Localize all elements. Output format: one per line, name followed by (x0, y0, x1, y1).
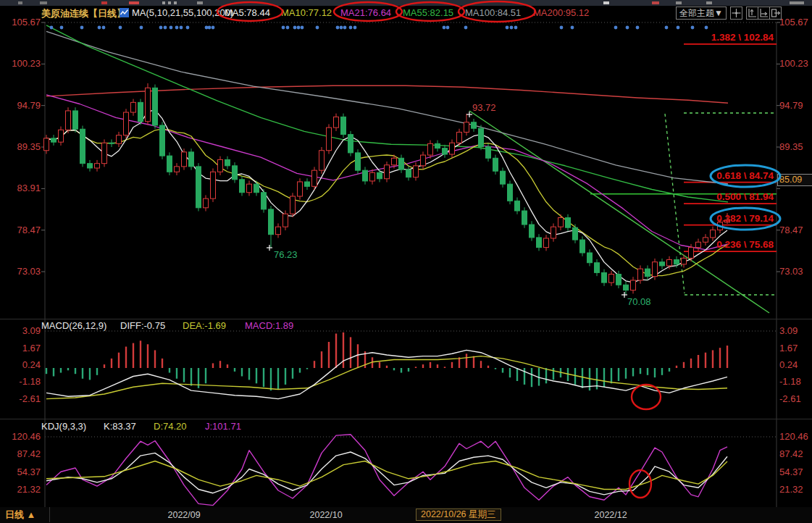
fibonacci-level-label: 0.236 \ 75.68 (679, 239, 774, 250)
candlestick-chart-icon[interactable] (120, 8, 129, 17)
axis-zoom-horizontal-icon (758, 7, 769, 19)
pan-move-icon (731, 7, 742, 19)
swing-low-price-label: 76.23 (274, 250, 298, 260)
macd-dea-value: DEA:-1.69 (183, 321, 226, 331)
date-axis[interactable]: 2022/092022/102022/10/26 星期三2022/12 (0, 507, 812, 523)
macd-diff-value: DIFF:-0.75 (120, 321, 165, 331)
kdj-axis-label: 54.37 (779, 467, 803, 477)
theme-selector-button[interactable]: 全部主题▼ (676, 7, 727, 20)
macd-axis-label: -1.18 (779, 377, 801, 387)
ma-settings-label: MA(5,10,21,55,100,200) (132, 7, 233, 18)
axis-zoom-vertical-icon (747, 7, 758, 19)
price-axis-label: 100.23 (0, 59, 41, 69)
crosshair-date-tag: 2022/10/26 星期三 (416, 509, 501, 521)
price-axis-label: 78.47 (779, 225, 803, 235)
price-axis-label: 78.47 (0, 225, 41, 235)
price-axis-label: 94.79 (0, 101, 41, 111)
price-axis-label: 105.67 (0, 17, 41, 28)
pan-tool-button[interactable] (730, 7, 742, 20)
price-axis-label: 83.91 (0, 183, 41, 193)
macd-pane (46, 332, 727, 399)
ma-value-label: MA5:78.44 (225, 7, 270, 18)
macd-axis-label: -2.61 (0, 394, 41, 404)
macd-settings-label: MACD(26,12,9) (41, 321, 106, 331)
kdj-axis-label: 54.37 (0, 467, 41, 477)
swing-low-price-label: 70.08 (627, 297, 651, 307)
instrument-title: 美原油连续【日线】 (41, 7, 126, 20)
chart-frame (0, 22, 812, 523)
macd-axis-label: 3.09 (0, 326, 41, 336)
macd-axis-label: 0.24 (0, 360, 41, 370)
macd-axis-label: -2.61 (779, 394, 801, 404)
kdj-axis-label: 87.42 (779, 449, 803, 459)
kdj-pane (46, 435, 727, 506)
macd-macd-value: MACD:1.89 (245, 321, 293, 331)
last-price-axis-tag: 85.09 (777, 174, 812, 186)
kdj-j-value: J:101.71 (205, 422, 241, 432)
zoom-axis-y-button[interactable] (746, 7, 758, 20)
exit-fullscreen-button[interactable] (769, 7, 782, 20)
ma-value-label: MA10:77.12 (281, 7, 332, 18)
fibonacci-level-label: 1.382 \ 102.84 (679, 32, 774, 43)
date-tick-label: 2022/10 (310, 510, 343, 520)
period-selector[interactable]: 日线 ▲ (0, 507, 50, 522)
price-axis-label: 73.03 (0, 267, 41, 277)
ma-lines (46, 25, 728, 283)
macd-axis-label: 1.67 (0, 343, 41, 353)
drawing-lines (469, 111, 777, 313)
price-axis-label: 94.79 (779, 101, 803, 111)
arrow-out-icon (770, 7, 781, 19)
swing-high-price-label: 93.72 (472, 103, 496, 113)
price-axis-label: 89.35 (779, 142, 803, 152)
kdj-axis-label: 120.46 (0, 432, 41, 442)
kdj-axis-label: 120.46 (779, 432, 808, 442)
candlestick-chart-canvas[interactable] (0, 0, 812, 523)
fibonacci-level-label: 0.500 \ 81.94 (679, 191, 774, 202)
macd-axis-label: 1.67 (779, 343, 798, 353)
ma-value-label: MA200:95.12 (533, 7, 589, 18)
swing-cross-markers (267, 112, 627, 298)
kdj-axis-label: 87.42 (0, 449, 41, 459)
ma-value-label: MA100:84.51 (465, 7, 521, 18)
trading-chart-window: 美原油连续【日线】 MA(5,10,21,55,100,200) 全部主题▼ (0, 0, 812, 523)
ma-value-label: MA55:82.15 (403, 7, 453, 18)
kdj-axis-label: 21.32 (0, 485, 41, 495)
kdj-settings-label: KDJ(9,3,3) (41, 422, 86, 432)
price-axis-label: 89.35 (0, 142, 41, 152)
kdj-axis-label: 21.32 (779, 485, 803, 495)
zoom-axis-x-button[interactable] (758, 7, 770, 20)
fibonacci-level-label: 0.618 \ 84.74 (679, 170, 774, 181)
kdj-k-value: K:83.37 (104, 422, 136, 432)
macd-axis-label: -1.18 (0, 377, 41, 387)
date-tick-label: 2022/12 (595, 510, 627, 520)
candles (44, 83, 730, 294)
macd-axis-label: 0.24 (779, 360, 798, 370)
date-tick-label: 2022/09 (168, 510, 201, 520)
kdj-d-value: D:74.20 (154, 422, 187, 432)
fibonacci-level-label: 0.382 \ 79.14 (679, 213, 774, 224)
price-axis-label: 105.67 (779, 17, 808, 28)
price-axis-label: 100.23 (779, 59, 808, 69)
macd-axis-label: 3.09 (779, 326, 798, 336)
price-axis-label: 73.03 (779, 267, 803, 277)
ma-value-label: MA21:76.64 (340, 7, 391, 18)
event-dots (50, 26, 708, 30)
